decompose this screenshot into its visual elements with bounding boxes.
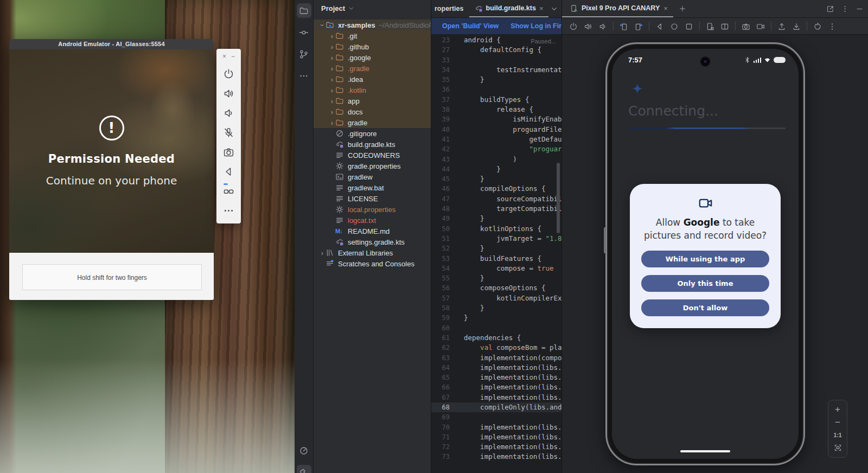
tab-build-gradle-kts[interactable]: build.gradle.kts ×: [469, 0, 549, 17]
code-line-27[interactable]: 27 defaultConfig {: [431, 45, 561, 55]
fold-icon[interactable]: [720, 21, 729, 31]
tree-item-idea[interactable]: ›.idea: [314, 74, 431, 85]
open-in-window-icon[interactable]: [826, 5, 834, 13]
tree-item-app[interactable]: ›app: [314, 95, 431, 106]
tree-item-gradlew[interactable]: gradlew: [314, 171, 431, 182]
code-line-40[interactable]: 40 proguardFiles(: [431, 125, 561, 135]
code-line-42[interactable]: 42 "proguard-ru: [431, 144, 561, 154]
code-line-64[interactable]: 64 implementation(libs.andr: [431, 363, 561, 373]
project-panel-title[interactable]: Project: [321, 4, 345, 12]
home-indicator[interactable]: [680, 450, 730, 453]
tree-item-google[interactable]: ›.google: [314, 52, 431, 63]
tree-item-kotlin[interactable]: ›.kotlin: [314, 85, 431, 95]
tree-chevron-icon[interactable]: ›: [318, 22, 327, 28]
tree-item-codeowners[interactable]: CODEOWNERS: [314, 150, 431, 161]
tree-item-build-gradle-kts[interactable]: build.gradle.kts: [314, 139, 431, 150]
tree-chevron-icon[interactable]: ›: [329, 32, 335, 40]
activity-more-h-icon[interactable]: [297, 68, 311, 83]
video-icon[interactable]: [756, 21, 765, 31]
code-line-55[interactable]: 55 }: [431, 273, 561, 283]
don-t-allow-button[interactable]: Don't allow: [641, 299, 769, 316]
volume-up-icon[interactable]: [584, 21, 592, 31]
code-line-73[interactable]: 73 implementation(libs.andr: [431, 452, 561, 462]
code-line-54[interactable]: 54 compose = true: [431, 264, 561, 273]
rotate-right-icon[interactable]: [634, 21, 643, 31]
restart-icon[interactable]: [813, 21, 822, 31]
code-line-58[interactable]: 58 }: [431, 303, 561, 313]
code-line-65[interactable]: 65 implementation(libs.andr: [431, 373, 561, 382]
tree-chevron-icon[interactable]: ›: [329, 54, 335, 62]
code-line-33[interactable]: 33: [431, 55, 561, 65]
while-using-the-app-button[interactable]: While using the app: [641, 251, 769, 267]
tab-close-icon[interactable]: ×: [663, 4, 668, 12]
add-device-tab-button[interactable]: [673, 0, 692, 17]
tree-item-gradle-properties[interactable]: gradle.properties: [314, 161, 431, 171]
activity-branch-icon[interactable]: [297, 47, 311, 61]
code-line-68[interactable]: 68 compileOnly(libs.android: [431, 402, 561, 412]
code-line-57[interactable]: 57 kotlinCompilerExtens: [431, 293, 561, 303]
tree-chevron-icon[interactable]: ›: [329, 119, 335, 127]
back-icon[interactable]: [223, 166, 234, 177]
tree-item-logcat-txt[interactable]: logcat.txt: [314, 215, 431, 226]
code-line-41[interactable]: 41 getDefaultPr: [431, 135, 561, 144]
code-line-59[interactable]: 59}: [431, 313, 561, 323]
back-icon[interactable]: [655, 21, 664, 31]
code-line-69[interactable]: 69: [431, 412, 561, 422]
code-line-48[interactable]: 48 targetCompatibility: [431, 204, 561, 214]
code-line-45[interactable]: 45 }: [431, 174, 561, 184]
code-line-56[interactable]: 56 composeOptions {: [431, 283, 561, 293]
tree-item-docs[interactable]: ›docs: [314, 106, 431, 117]
zoom-fit-icon[interactable]: [834, 444, 842, 452]
tab-list-chevron-icon[interactable]: [550, 5, 558, 13]
zoom-out-button[interactable]: −: [835, 419, 840, 426]
tree-item-license[interactable]: LICENSE: [314, 193, 431, 204]
code-line-39[interactable]: 39 isMinifyEnabled: [431, 114, 561, 124]
code-editor[interactable]: 23android {Paused...27 defaultConfig {33…: [431, 34, 561, 473]
code-line-51[interactable]: 51 jvmTarget = "1.8": [431, 234, 561, 244]
code-line-23[interactable]: 23android {Paused...: [431, 35, 561, 45]
tree-item-gradle[interactable]: ›gradle: [314, 117, 431, 128]
emulator-close-button[interactable]: ×: [222, 53, 226, 60]
power-icon[interactable]: [223, 68, 234, 80]
device-gear-icon[interactable]: [706, 21, 714, 31]
zoom-in-button[interactable]: +: [835, 406, 840, 413]
tree-item-readme-md[interactable]: M↓README.md: [314, 226, 431, 237]
more-v-icon[interactable]: [828, 21, 837, 31]
tree-item-scratches-and-consoles[interactable]: Scratches and Consoles: [314, 258, 431, 269]
activity-folder-icon[interactable]: [297, 3, 311, 18]
activity-hammer-icon[interactable]: [297, 465, 311, 473]
more-h-icon[interactable]: [223, 205, 234, 216]
panel-options-icon[interactable]: [841, 5, 849, 13]
tree-chevron-icon[interactable]: ›: [329, 43, 335, 51]
only-this-time-button[interactable]: Only this time: [641, 275, 769, 292]
code-line-72[interactable]: 72 implementation(libs.andr: [431, 442, 561, 452]
tab-close-icon[interactable]: ×: [539, 4, 544, 12]
tab-gradle-properties[interactable]: roperties: [431, 0, 469, 17]
editor-scrollbar[interactable]: [557, 163, 560, 233]
code-line-70[interactable]: 70 implementation(libs.mate: [431, 423, 561, 432]
tree-item-settings-gradle-kts[interactable]: settings.gradle.kts: [314, 237, 431, 247]
open-build-view-link[interactable]: Open 'Build' View: [442, 22, 499, 30]
code-line-43[interactable]: 43 ): [431, 155, 561, 164]
code-line-44[interactable]: 44 }: [431, 164, 561, 174]
volume-up-icon[interactable]: [223, 88, 234, 99]
tree-chevron-icon[interactable]: ›: [329, 75, 335, 84]
tree-item-git[interactable]: ›.git: [314, 30, 431, 41]
tree-chevron-icon[interactable]: ›: [329, 108, 335, 116]
activity-commit-icon[interactable]: [297, 25, 311, 40]
code-line-49[interactable]: 49 }: [431, 214, 561, 223]
emulator-minimize-button[interactable]: −: [231, 53, 235, 60]
volume-down-icon[interactable]: [223, 107, 234, 119]
download-icon[interactable]: [792, 21, 801, 31]
emulator-screen[interactable]: ! Permission Needed Continue on your pho…: [9, 49, 214, 253]
zoom-ratio-button[interactable]: 1:1: [833, 432, 841, 438]
code-line-66[interactable]: 66 implementation(libs.andr: [431, 382, 561, 392]
glasses-icon[interactable]: [223, 186, 234, 197]
code-line-50[interactable]: 50 kotlinOptions {: [431, 224, 561, 234]
code-line-67[interactable]: 67 implementation(libs.kotl: [431, 393, 561, 402]
camera-icon[interactable]: [742, 21, 750, 31]
activity-gauge-icon[interactable]: [297, 443, 311, 458]
code-line-62[interactable]: 62 val composeBom = platfor: [431, 343, 561, 353]
code-line-35[interactable]: 35 }: [431, 75, 561, 85]
code-line-34[interactable]: 34 testInstrumentationR: [431, 65, 561, 75]
